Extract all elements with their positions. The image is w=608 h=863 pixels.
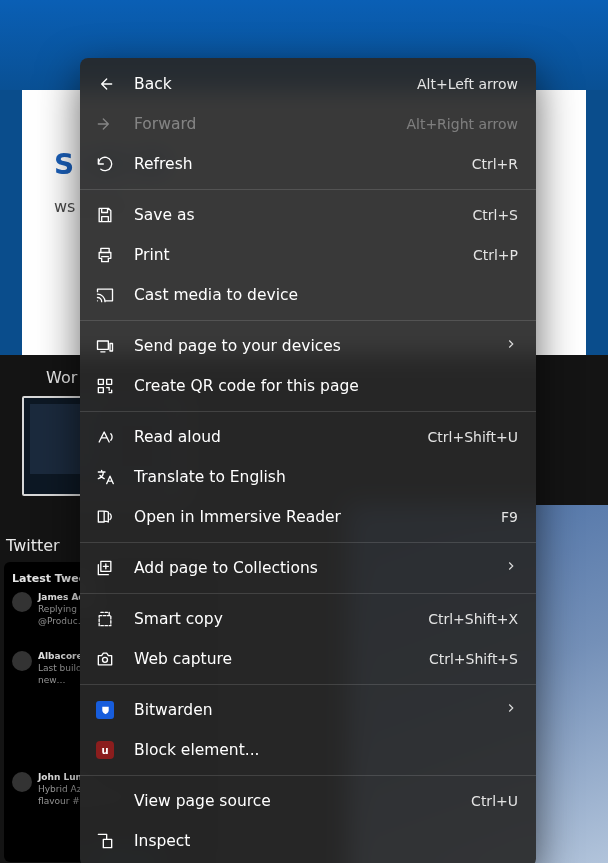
arrow-left-icon xyxy=(94,73,116,95)
read-aloud-icon xyxy=(94,426,116,448)
collections-icon xyxy=(94,557,116,579)
print-icon xyxy=(94,244,116,266)
menu-cast-label: Cast media to device xyxy=(134,286,518,304)
menu-smart-copy-shortcut: Ctrl+Shift+X xyxy=(428,611,518,627)
qr-icon xyxy=(94,375,116,397)
chevron-right-icon xyxy=(504,559,518,577)
menu-qr-label: Create QR code for this page xyxy=(134,377,518,395)
inspect-icon xyxy=(94,830,116,852)
cast-icon xyxy=(94,284,116,306)
smart-copy-icon xyxy=(94,608,116,630)
menu-forward: Forward Alt+Right arrow xyxy=(80,104,536,144)
menu-read-aloud-shortcut: Ctrl+Shift+U xyxy=(428,429,518,445)
category-label-fragment: Wor xyxy=(46,368,77,387)
menu-web-capture-shortcut: Ctrl+Shift+S xyxy=(429,651,518,667)
menu-separator xyxy=(80,189,536,190)
menu-inspect[interactable]: Inspect xyxy=(80,821,536,861)
menu-immersive-label: Open in Immersive Reader xyxy=(134,508,489,526)
menu-smart-copy[interactable]: Smart copy Ctrl+Shift+X xyxy=(80,599,536,639)
menu-separator xyxy=(80,593,536,594)
menu-read-aloud-label: Read aloud xyxy=(134,428,416,446)
refresh-icon xyxy=(94,153,116,175)
menu-block-element[interactable]: u Block element... xyxy=(80,730,536,770)
menu-translate-label: Translate to English xyxy=(134,468,518,486)
menu-read-aloud[interactable]: Read aloud Ctrl+Shift+U xyxy=(80,417,536,457)
save-icon xyxy=(94,204,116,226)
menu-forward-label: Forward xyxy=(134,115,394,133)
chevron-right-icon xyxy=(504,701,518,719)
menu-block-element-label: Block element... xyxy=(134,741,518,759)
menu-view-source[interactable]: View page source Ctrl+U xyxy=(80,781,536,821)
menu-bitwarden[interactable]: Bitwarden xyxy=(80,690,536,730)
menu-qr[interactable]: Create QR code for this page xyxy=(80,366,536,406)
chevron-right-icon xyxy=(504,337,518,355)
menu-save-as-shortcut: Ctrl+S xyxy=(472,207,518,223)
menu-send-devices[interactable]: Send page to your devices xyxy=(80,326,536,366)
menu-back-shortcut: Alt+Left arrow xyxy=(417,76,518,92)
book-audio-icon xyxy=(94,506,116,528)
arrow-right-icon xyxy=(94,113,116,135)
menu-print-shortcut: Ctrl+P xyxy=(473,247,518,263)
menu-smart-copy-label: Smart copy xyxy=(134,610,416,628)
menu-separator xyxy=(80,411,536,412)
camera-icon xyxy=(94,648,116,670)
menu-immersive-shortcut: F9 xyxy=(501,509,518,525)
menu-back-label: Back xyxy=(134,75,405,93)
menu-cast[interactable]: Cast media to device xyxy=(80,275,536,315)
menu-back[interactable]: Back Alt+Left arrow xyxy=(80,64,536,104)
menu-forward-shortcut: Alt+Right arrow xyxy=(406,116,518,132)
svg-point-0 xyxy=(103,657,108,662)
menu-separator xyxy=(80,775,536,776)
menu-translate[interactable]: Translate to English xyxy=(80,457,536,497)
menu-refresh-label: Refresh xyxy=(134,155,460,173)
devices-icon xyxy=(94,335,116,357)
menu-collections-label: Add page to Collections xyxy=(134,559,492,577)
menu-collections[interactable]: Add page to Collections xyxy=(80,548,536,588)
menu-bitwarden-label: Bitwarden xyxy=(134,701,492,719)
menu-print[interactable]: Print Ctrl+P xyxy=(80,235,536,275)
menu-inspect-label: Inspect xyxy=(134,832,518,850)
menu-web-capture[interactable]: Web capture Ctrl+Shift+S xyxy=(80,639,536,679)
blank-icon xyxy=(94,790,116,812)
menu-web-capture-label: Web capture xyxy=(134,650,417,668)
menu-separator xyxy=(80,542,536,543)
menu-send-devices-label: Send page to your devices xyxy=(134,337,492,355)
bitwarden-icon xyxy=(94,699,116,721)
menu-save-as[interactable]: Save as Ctrl+S xyxy=(80,195,536,235)
menu-separator xyxy=(80,320,536,321)
menu-refresh[interactable]: Refresh Ctrl+R xyxy=(80,144,536,184)
menu-separator xyxy=(80,684,536,685)
menu-immersive[interactable]: Open in Immersive Reader F9 xyxy=(80,497,536,537)
context-menu: Back Alt+Left arrow Forward Alt+Right ar… xyxy=(80,58,536,863)
twitter-section-label: Twitter xyxy=(6,536,60,555)
menu-save-as-label: Save as xyxy=(134,206,460,224)
menu-print-label: Print xyxy=(134,246,461,264)
menu-view-source-label: View page source xyxy=(134,792,459,810)
menu-view-source-shortcut: Ctrl+U xyxy=(471,793,518,809)
translate-icon xyxy=(94,466,116,488)
ublock-icon: u xyxy=(94,739,116,761)
menu-refresh-shortcut: Ctrl+R xyxy=(472,156,518,172)
